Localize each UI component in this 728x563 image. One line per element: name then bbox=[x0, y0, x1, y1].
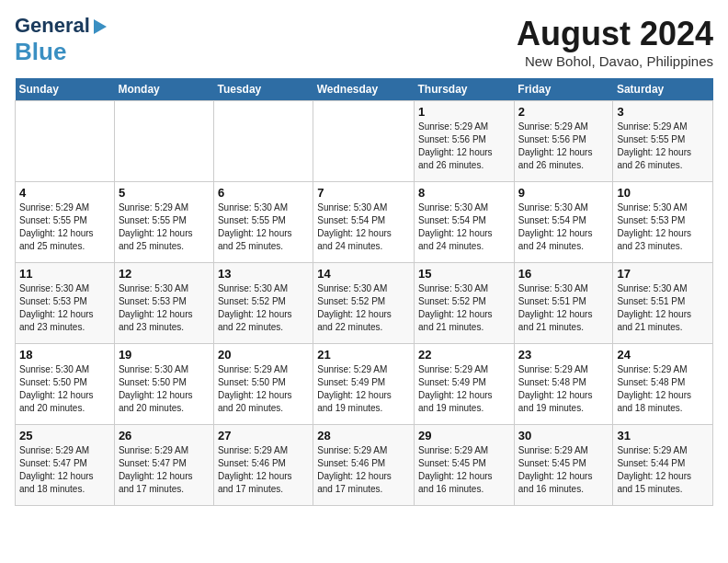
day-info: Sunrise: 5:30 AM Sunset: 5:52 PM Dayligh… bbox=[218, 282, 309, 334]
day-info: Sunrise: 5:29 AM Sunset: 5:48 PM Dayligh… bbox=[518, 363, 609, 415]
day-number: 14 bbox=[317, 267, 410, 281]
calendar-cell: 19Sunrise: 5:30 AM Sunset: 5:50 PM Dayli… bbox=[114, 344, 213, 425]
day-info: Sunrise: 5:29 AM Sunset: 5:49 PM Dayligh… bbox=[317, 363, 410, 415]
title-block: August 2024 New Bohol, Davao, Philippine… bbox=[517, 15, 713, 69]
day-number: 17 bbox=[617, 267, 709, 281]
calendar-cell: 29Sunrise: 5:29 AM Sunset: 5:45 PM Dayli… bbox=[415, 425, 515, 506]
day-info: Sunrise: 5:29 AM Sunset: 5:49 PM Dayligh… bbox=[418, 363, 510, 415]
calendar-cell: 12Sunrise: 5:30 AM Sunset: 5:53 PM Dayli… bbox=[114, 263, 213, 344]
day-info: Sunrise: 5:30 AM Sunset: 5:52 PM Dayligh… bbox=[418, 282, 510, 334]
calendar-cell: 14Sunrise: 5:30 AM Sunset: 5:52 PM Dayli… bbox=[313, 263, 415, 344]
day-number: 28 bbox=[317, 429, 410, 442]
day-info: Sunrise: 5:30 AM Sunset: 5:54 PM Dayligh… bbox=[518, 201, 609, 253]
calendar-cell: 15Sunrise: 5:30 AM Sunset: 5:52 PM Dayli… bbox=[415, 263, 515, 344]
day-number: 11 bbox=[19, 267, 110, 281]
calendar-cell: 1Sunrise: 5:29 AM Sunset: 5:56 PM Daylig… bbox=[415, 101, 515, 182]
calendar-cell: 7Sunrise: 5:30 AM Sunset: 5:54 PM Daylig… bbox=[313, 182, 415, 263]
calendar-cell: 22Sunrise: 5:29 AM Sunset: 5:49 PM Dayli… bbox=[415, 344, 515, 425]
day-info: Sunrise: 5:29 AM Sunset: 5:46 PM Dayligh… bbox=[317, 444, 410, 496]
day-info: Sunrise: 5:29 AM Sunset: 5:45 PM Dayligh… bbox=[418, 444, 510, 496]
day-info: Sunrise: 5:29 AM Sunset: 5:47 PM Dayligh… bbox=[19, 444, 110, 496]
day-number: 27 bbox=[218, 429, 309, 442]
calendar-cell: 25Sunrise: 5:29 AM Sunset: 5:47 PM Dayli… bbox=[16, 425, 115, 506]
day-number: 13 bbox=[218, 267, 309, 281]
day-info: Sunrise: 5:29 AM Sunset: 5:56 PM Dayligh… bbox=[418, 121, 510, 172]
day-number: 29 bbox=[418, 429, 510, 442]
day-info: Sunrise: 5:29 AM Sunset: 5:50 PM Dayligh… bbox=[218, 363, 309, 415]
calendar-cell: 26Sunrise: 5:29 AM Sunset: 5:47 PM Dayli… bbox=[114, 425, 213, 506]
calendar-cell: 17Sunrise: 5:30 AM Sunset: 5:51 PM Dayli… bbox=[613, 263, 713, 344]
day-info: Sunrise: 5:30 AM Sunset: 5:54 PM Dayligh… bbox=[317, 201, 410, 253]
calendar-cell: 4Sunrise: 5:29 AM Sunset: 5:55 PM Daylig… bbox=[16, 182, 115, 263]
calendar-cell: 21Sunrise: 5:29 AM Sunset: 5:49 PM Dayli… bbox=[313, 344, 415, 425]
calendar-cell: 31Sunrise: 5:29 AM Sunset: 5:44 PM Dayli… bbox=[613, 425, 713, 506]
calendar-cell: 2Sunrise: 5:29 AM Sunset: 5:56 PM Daylig… bbox=[514, 101, 613, 182]
calendar-cell: 10Sunrise: 5:30 AM Sunset: 5:53 PM Dayli… bbox=[613, 182, 713, 263]
day-header-sunday: Sunday bbox=[16, 78, 115, 101]
calendar-cell: 6Sunrise: 5:30 AM Sunset: 5:55 PM Daylig… bbox=[213, 182, 313, 263]
day-number: 12 bbox=[119, 267, 210, 281]
day-info: Sunrise: 5:30 AM Sunset: 5:51 PM Dayligh… bbox=[518, 282, 609, 334]
calendar-cell: 11Sunrise: 5:30 AM Sunset: 5:53 PM Dayli… bbox=[16, 263, 115, 344]
logo-text: General bbox=[15, 15, 107, 37]
calendar-cell: 28Sunrise: 5:29 AM Sunset: 5:46 PM Dayli… bbox=[313, 425, 415, 506]
day-number: 31 bbox=[617, 429, 709, 442]
calendar-body: 1Sunrise: 5:29 AM Sunset: 5:56 PM Daylig… bbox=[16, 101, 713, 506]
location: New Bohol, Davao, Philippines bbox=[517, 53, 713, 69]
logo: General Blue bbox=[15, 15, 107, 65]
calendar-cell: 16Sunrise: 5:30 AM Sunset: 5:51 PM Dayli… bbox=[514, 263, 613, 344]
day-header-saturday: Saturday bbox=[613, 78, 713, 101]
day-info: Sunrise: 5:29 AM Sunset: 5:48 PM Dayligh… bbox=[617, 363, 709, 415]
day-number: 3 bbox=[617, 105, 709, 119]
day-number: 2 bbox=[518, 105, 609, 119]
page-header: General Blue August 2024 New Bohol, Dava… bbox=[15, 15, 713, 69]
calendar-cell: 30Sunrise: 5:29 AM Sunset: 5:45 PM Dayli… bbox=[514, 425, 613, 506]
day-info: Sunrise: 5:29 AM Sunset: 5:44 PM Dayligh… bbox=[617, 444, 709, 496]
day-info: Sunrise: 5:29 AM Sunset: 5:55 PM Dayligh… bbox=[19, 201, 110, 253]
calendar-cell: 27Sunrise: 5:29 AM Sunset: 5:46 PM Dayli… bbox=[213, 425, 313, 506]
calendar-cell bbox=[213, 101, 313, 182]
day-number: 10 bbox=[617, 186, 709, 200]
day-info: Sunrise: 5:29 AM Sunset: 5:47 PM Dayligh… bbox=[119, 444, 210, 496]
day-info: Sunrise: 5:30 AM Sunset: 5:50 PM Dayligh… bbox=[19, 363, 110, 415]
calendar-cell: 13Sunrise: 5:30 AM Sunset: 5:52 PM Dayli… bbox=[213, 263, 313, 344]
day-info: Sunrise: 5:29 AM Sunset: 5:46 PM Dayligh… bbox=[218, 444, 309, 496]
calendar-cell: 24Sunrise: 5:29 AM Sunset: 5:48 PM Dayli… bbox=[613, 344, 713, 425]
day-info: Sunrise: 5:30 AM Sunset: 5:55 PM Dayligh… bbox=[218, 201, 309, 253]
day-number: 25 bbox=[19, 429, 110, 442]
day-number: 22 bbox=[418, 348, 510, 362]
day-number: 5 bbox=[119, 186, 210, 200]
calendar-week-2: 4Sunrise: 5:29 AM Sunset: 5:55 PM Daylig… bbox=[16, 182, 713, 263]
day-number: 20 bbox=[218, 348, 309, 362]
day-header-monday: Monday bbox=[114, 78, 213, 101]
day-info: Sunrise: 5:30 AM Sunset: 5:53 PM Dayligh… bbox=[119, 282, 210, 334]
day-number: 4 bbox=[19, 186, 110, 200]
day-number: 6 bbox=[218, 186, 309, 200]
day-header-thursday: Thursday bbox=[415, 78, 515, 101]
month-year: August 2024 bbox=[517, 15, 713, 53]
day-header-tuesday: Tuesday bbox=[213, 78, 313, 101]
day-info: Sunrise: 5:30 AM Sunset: 5:54 PM Dayligh… bbox=[418, 201, 510, 253]
day-info: Sunrise: 5:30 AM Sunset: 5:51 PM Dayligh… bbox=[617, 282, 709, 334]
calendar-cell bbox=[313, 101, 415, 182]
day-info: Sunrise: 5:30 AM Sunset: 5:53 PM Dayligh… bbox=[19, 282, 110, 334]
calendar-table: SundayMondayTuesdayWednesdayThursdayFrid… bbox=[15, 78, 713, 506]
day-number: 18 bbox=[19, 348, 110, 362]
calendar-cell: 3Sunrise: 5:29 AM Sunset: 5:55 PM Daylig… bbox=[613, 101, 713, 182]
day-header-friday: Friday bbox=[514, 78, 613, 101]
logo-blue: Blue bbox=[15, 39, 66, 65]
day-info: Sunrise: 5:30 AM Sunset: 5:53 PM Dayligh… bbox=[617, 201, 709, 253]
day-number: 15 bbox=[418, 267, 510, 281]
day-number: 9 bbox=[518, 186, 609, 200]
day-number: 23 bbox=[518, 348, 609, 362]
calendar-cell bbox=[16, 101, 115, 182]
day-number: 1 bbox=[418, 105, 510, 119]
calendar-cell: 8Sunrise: 5:30 AM Sunset: 5:54 PM Daylig… bbox=[415, 182, 515, 263]
day-info: Sunrise: 5:29 AM Sunset: 5:45 PM Dayligh… bbox=[518, 444, 609, 496]
calendar-week-5: 25Sunrise: 5:29 AM Sunset: 5:47 PM Dayli… bbox=[16, 425, 713, 506]
day-number: 24 bbox=[617, 348, 709, 362]
day-number: 16 bbox=[518, 267, 609, 281]
calendar-cell: 23Sunrise: 5:29 AM Sunset: 5:48 PM Dayli… bbox=[514, 344, 613, 425]
day-number: 26 bbox=[119, 429, 210, 442]
calendar-header-row: SundayMondayTuesdayWednesdayThursdayFrid… bbox=[16, 78, 713, 101]
